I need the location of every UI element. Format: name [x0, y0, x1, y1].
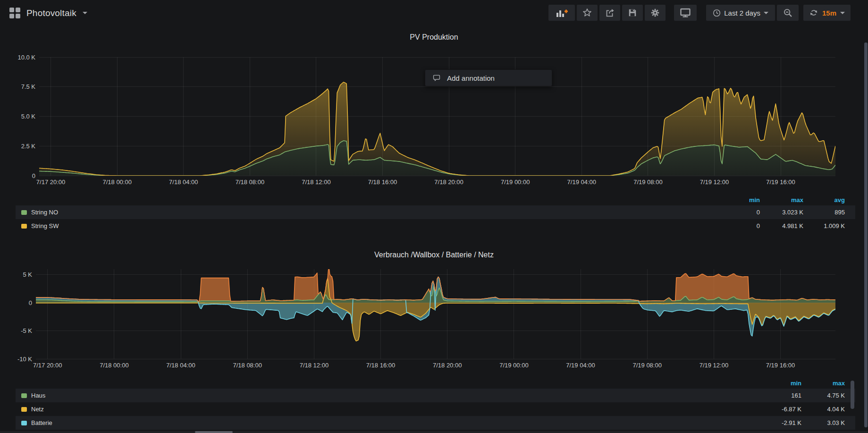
legend-row: Batterie-2.91 K3.03 K: [16, 416, 855, 430]
panel-title-pv-produktion[interactable]: PV Produktion: [0, 33, 868, 42]
time-range-picker[interactable]: Last 2 days: [706, 5, 775, 21]
x-axis-tick-label: 7/18 08:00: [233, 362, 261, 369]
add-panel-button[interactable]: [548, 5, 575, 21]
x-axis-tick-label: 7/19 08:00: [632, 362, 661, 369]
legend-row: String SW04.981 K1.009 K: [16, 219, 855, 233]
save-button[interactable]: [622, 5, 643, 21]
dashboard-grid-icon[interactable]: [9, 8, 20, 18]
comment-icon: [432, 74, 441, 82]
y-axis-tick-label: 2.5 K: [21, 143, 36, 150]
zoom-out-button[interactable]: [777, 5, 799, 21]
x-axis-tick-label: 7/17 20:00: [33, 362, 62, 369]
chevron-down-icon: [764, 12, 768, 14]
gear-icon: [650, 8, 660, 18]
legend-value-max: 4.04 K: [801, 406, 845, 413]
save-icon: [628, 8, 637, 17]
legend-swatch[interactable]: [21, 407, 27, 412]
x-axis-tick-label: 7/18 12:00: [300, 362, 329, 369]
legend-col-min[interactable]: min: [759, 380, 801, 387]
x-axis-tick-label: 7/18 08:00: [236, 178, 264, 186]
star-icon: [582, 8, 592, 18]
legend-swatch[interactable]: [21, 210, 27, 215]
page-scrollbar-thumb[interactable]: [864, 42, 868, 427]
legend-swatch[interactable]: [21, 393, 27, 398]
legend-row: String NO03.023 K895: [16, 205, 855, 219]
x-axis-tick-label: 7/19 16:00: [766, 362, 795, 369]
y-axis-tick-label: -10 K: [17, 356, 32, 363]
x-axis-tick-label: 7/19 04:00: [567, 178, 596, 186]
legend-label-Netz[interactable]: Netz: [31, 406, 44, 413]
legend-pv-produktion: minmaxavgString NO03.023 K895String SW04…: [16, 195, 855, 233]
chart-0[interactable]: 10.0 K7.5 K5.0 K2.5 K07/17 20:007/18 00:…: [0, 45, 868, 192]
legend-label-String NO[interactable]: String NO: [31, 209, 58, 216]
x-axis-tick-label: 7/18 16:00: [366, 362, 395, 369]
legend-value-max: 3.03 K: [801, 419, 845, 426]
x-axis-tick-label: 7/19 12:00: [699, 362, 728, 369]
clock-icon: [713, 9, 721, 17]
refresh-icon: [809, 8, 818, 17]
legend-swatch[interactable]: [21, 421, 27, 425]
legend-header: minmaxavg: [16, 195, 855, 205]
x-axis-tick-label: 7/19 08:00: [633, 178, 662, 186]
x-axis-tick-label: 7/19 04:00: [566, 362, 595, 369]
x-axis-tick-label: 7/19 12:00: [700, 178, 729, 186]
x-axis-tick-label: 7/19 16:00: [766, 178, 795, 186]
x-axis-tick-label: 7/17 20:00: [36, 178, 65, 186]
legend-col-min[interactable]: min: [720, 196, 760, 204]
horizontal-scrollbar-track[interactable]: [0, 431, 868, 433]
legend-row: Netz-6.87 K4.04 K: [16, 402, 855, 416]
y-axis-tick-label: -5 K: [21, 327, 32, 334]
legend-value-min: -6.87 K: [759, 406, 801, 413]
x-axis-tick-label: 7/18 04:00: [169, 178, 198, 186]
y-axis-tick-label: 7.5 K: [21, 83, 36, 90]
panel-title-verbrauch[interactable]: Verbrauch /Wallbox / Batterie / Netz: [0, 251, 868, 259]
top-navbar: Photovoltaik: [0, 0, 868, 26]
legend-value-max: 3.023 K: [760, 209, 803, 216]
legend-value-avg: 1.009 K: [803, 222, 845, 229]
y-axis-tick-label: 0: [32, 172, 35, 179]
legend-row: Haus1614.75 K: [16, 389, 855, 402]
tv-mode-button[interactable]: [674, 5, 697, 21]
legend-value-max: 4.981 K: [760, 222, 803, 229]
chevron-down-icon: [840, 12, 845, 14]
share-button[interactable]: [599, 5, 620, 21]
legend-swatch[interactable]: [21, 224, 27, 229]
star-button[interactable]: [577, 5, 598, 21]
dashboard-title[interactable]: Photovoltaik: [26, 8, 76, 18]
legend-label-String SW[interactable]: String SW: [31, 222, 59, 229]
x-axis-tick-label: 7/18 16:00: [368, 178, 397, 186]
refresh-button[interactable]: 15m: [803, 5, 851, 21]
legend-label-Haus[interactable]: Haus: [31, 392, 45, 399]
chevron-down-icon[interactable]: [83, 12, 87, 14]
x-axis-tick-label: 7/19 00:00: [501, 178, 530, 186]
x-axis-tick-label: 7/18 00:00: [100, 362, 128, 369]
x-axis-tick-label: 7/18 00:00: [102, 178, 131, 186]
x-axis-tick-label: 7/18 04:00: [166, 362, 195, 369]
settings-button[interactable]: [645, 5, 666, 21]
horizontal-scrollbar-thumb[interactable]: [195, 431, 233, 433]
legend-value-min: -2.91 K: [759, 419, 801, 426]
zoom-out-icon: [783, 8, 793, 18]
context-menu[interactable]: Add annotation: [425, 69, 552, 86]
legend-value-max: 4.75 K: [801, 392, 845, 399]
bar-chart-add-icon: [556, 8, 568, 18]
legend-col-max[interactable]: max: [760, 196, 803, 204]
time-range-label: Last 2 days: [724, 9, 760, 17]
monitor-icon: [680, 8, 691, 18]
x-axis-tick-label: 7/18 20:00: [434, 178, 463, 186]
legend-scrollbar-thumb[interactable]: [851, 381, 854, 409]
y-axis-tick-label: 10.0 K: [17, 54, 35, 61]
legend-value-min: 161: [759, 392, 801, 399]
x-axis-tick-label: 7/18 12:00: [302, 178, 330, 186]
legend-value-min: 0: [720, 209, 760, 216]
legend-col-avg[interactable]: avg: [803, 196, 845, 204]
y-axis-tick-label: 0: [29, 299, 32, 306]
legend-verbrauch: minmaxHaus1614.75 KNetz-6.87 K4.04 KBatt…: [16, 378, 855, 430]
legend-col-max[interactable]: max: [801, 380, 845, 387]
chart-1[interactable]: 5 K0-5 K-10 K7/17 20:007/18 00:007/18 04…: [0, 263, 868, 376]
x-axis-tick-label: 7/18 20:00: [433, 362, 462, 369]
x-axis-tick-label: 7/19 00:00: [499, 362, 528, 369]
add-annotation-menu-item[interactable]: Add annotation: [447, 74, 495, 82]
legend-header: minmax: [16, 378, 855, 389]
legend-label-Batterie[interactable]: Batterie: [31, 419, 52, 426]
